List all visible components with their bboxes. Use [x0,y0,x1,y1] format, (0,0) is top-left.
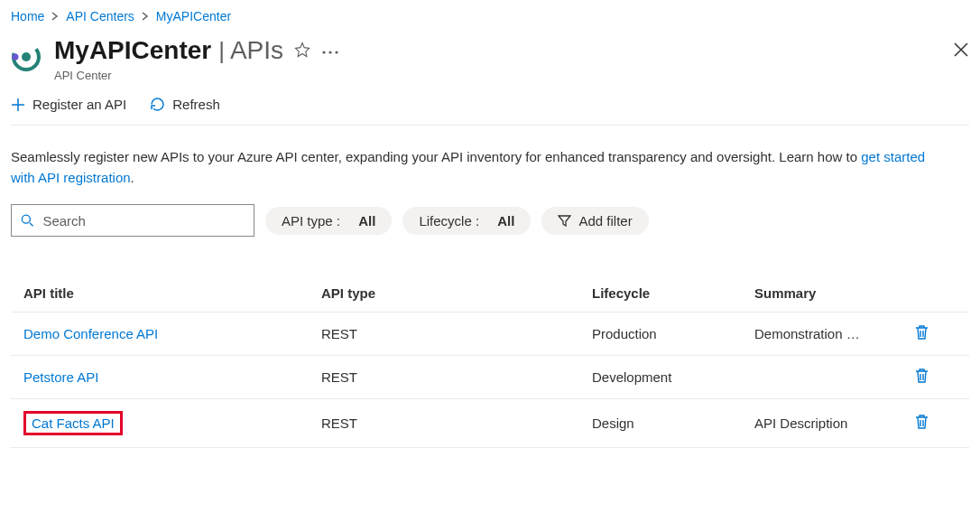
refresh-icon [150,97,165,112]
col-lifecycle[interactable]: Lifecycle [592,285,754,301]
cell-summary: Demonstration … [754,326,899,341]
delete-button[interactable] [914,324,929,343]
col-summary[interactable]: Summary [754,285,899,301]
cell-api-type: REST [321,415,592,431]
cell-api-type: REST [321,326,592,341]
cell-lifecycle: Production [592,326,754,341]
table-header: API title API type Lifecycle Summary [11,276,969,313]
close-icon[interactable] [953,36,969,61]
table-row[interactable]: Demo Conference API REST Production Demo… [11,313,969,356]
cell-api-type: REST [321,369,592,385]
page-title: MyAPICenter |APIs [54,36,283,65]
cell-summary: API Description [754,415,899,431]
add-filter-button[interactable]: Add filter [541,207,648,235]
delete-button[interactable] [914,368,929,387]
plus-icon [11,98,25,112]
search-icon [21,213,33,228]
trash-icon [914,324,929,341]
breadcrumb-api-centers[interactable]: API Centers [66,9,134,23]
register-api-button[interactable]: Register an API [11,97,126,112]
col-api-type[interactable]: API type [321,285,592,301]
filter-api-type[interactable]: API type : All [265,207,392,235]
trash-icon [914,368,929,384]
svg-point-3 [322,51,325,53]
command-bar: Register an API Refresh [11,97,969,126]
trash-icon [914,414,929,430]
api-link[interactable]: Cat Facts API [32,415,115,431]
delete-button[interactable] [914,414,929,433]
chevron-right-icon [142,9,149,23]
col-api-title[interactable]: API title [23,285,321,301]
filter-lifecycle[interactable]: Lifecycle : All [402,207,531,235]
api-link[interactable]: Demo Conference API [23,326,158,341]
svg-point-2 [13,54,19,61]
svg-point-5 [335,51,337,53]
apis-table: API title API type Lifecycle Summary Dem… [11,276,969,448]
breadcrumb: Home API Centers MyAPICenter [11,5,969,36]
favorite-star-icon[interactable] [294,42,310,61]
search-box[interactable] [11,204,254,237]
page-description: Seamlessly register new APIs to your Azu… [11,147,931,188]
cell-lifecycle: Design [592,415,754,431]
table-row[interactable]: Cat Facts API REST Design API Descriptio… [11,399,969,448]
breadcrumb-home[interactable]: Home [11,9,44,23]
page-header: MyAPICenter |APIs API Center [11,36,969,82]
filters-row: API type : All Lifecycle : All Add filte… [11,204,969,237]
api-center-icon [11,42,42,72]
table-row[interactable]: Petstore API REST Development [11,356,969,399]
svg-point-1 [22,52,31,61]
resource-type-label: API Center [54,69,940,82]
api-link[interactable]: Petstore API [23,369,98,385]
more-icon[interactable] [321,43,339,58]
svg-point-6 [22,215,30,223]
chevron-right-icon [51,9,59,23]
filter-icon [558,214,571,228]
breadcrumb-current[interactable]: MyAPICenter [156,9,231,23]
refresh-button[interactable]: Refresh [150,97,220,112]
cell-lifecycle: Development [592,369,754,385]
svg-point-4 [328,51,331,53]
search-input[interactable] [42,213,245,229]
